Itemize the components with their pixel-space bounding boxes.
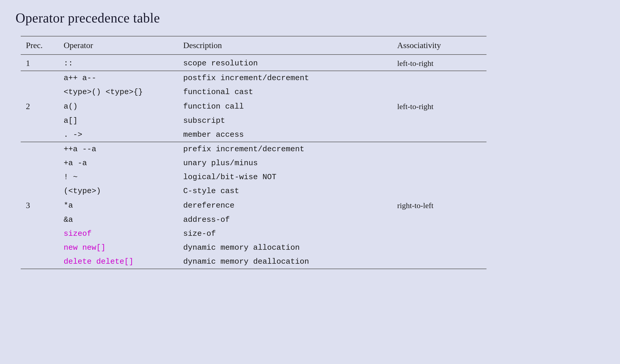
operator-cell: &a xyxy=(58,213,178,227)
operator-cell: a[] xyxy=(58,114,178,128)
prec-cell xyxy=(21,128,58,142)
table-body: 1::scope resolutionleft-to-righta++ a--p… xyxy=(21,55,486,269)
prec-cell xyxy=(21,156,58,170)
prec-cell xyxy=(21,170,58,184)
table-row: . ->member access xyxy=(21,128,486,142)
table-header-row: Prec. Operator Description Associativity xyxy=(21,36,486,55)
table-row: (<type>)C-style cast xyxy=(21,184,486,198)
assoc-cell: left-to-right xyxy=(392,99,486,114)
page-title: Operator precedence table xyxy=(16,10,604,26)
assoc-cell xyxy=(392,156,486,170)
page-container: Operator precedence table Prec. Operator… xyxy=(0,0,620,279)
description-cell: unary plus/minus xyxy=(178,156,392,170)
operator-cell: <type>() <type>{} xyxy=(58,85,178,99)
table-row: sizeofsize-of xyxy=(21,227,486,241)
description-cell: logical/bit-wise NOT xyxy=(178,170,392,184)
description-cell: dereference xyxy=(178,198,392,213)
description-cell: prefix increment/decrement xyxy=(178,142,392,156)
prec-cell xyxy=(21,227,58,241)
assoc-cell xyxy=(392,241,486,255)
prec-cell xyxy=(21,142,58,156)
prec-cell xyxy=(21,114,58,128)
prec-cell xyxy=(21,184,58,198)
header-prec: Prec. xyxy=(21,36,58,55)
prec-cell xyxy=(21,241,58,255)
operator-cell: *a xyxy=(58,198,178,213)
description-cell: subscript xyxy=(178,114,392,128)
header-associativity: Associativity xyxy=(392,36,486,55)
assoc-cell xyxy=(392,85,486,99)
table-row: 2a()function callleft-to-right xyxy=(21,99,486,114)
operator-cell: a() xyxy=(58,99,178,114)
prec-cell: 2 xyxy=(21,99,58,114)
description-cell: C-style cast xyxy=(178,184,392,198)
table-row: new new[]dynamic memory allocation xyxy=(21,241,486,255)
table-row: 1::scope resolutionleft-to-right xyxy=(21,55,486,71)
description-cell: function call xyxy=(178,99,392,114)
description-cell: scope resolution xyxy=(178,55,392,71)
assoc-cell xyxy=(392,71,486,85)
operator-cell: :: xyxy=(58,55,178,71)
prec-cell: 3 xyxy=(21,198,58,213)
prec-cell: 1 xyxy=(21,55,58,71)
operator-cell: +a -a xyxy=(58,156,178,170)
prec-cell xyxy=(21,85,58,99)
table-row: 3*adereferenceright-to-left xyxy=(21,198,486,213)
header-description: Description xyxy=(178,36,392,55)
prec-cell xyxy=(21,71,58,85)
table-row: &aaddress-of xyxy=(21,213,486,227)
operator-cell: a++ a-- xyxy=(58,71,178,85)
assoc-cell xyxy=(392,170,486,184)
operator-cell: . -> xyxy=(58,128,178,142)
assoc-cell xyxy=(392,213,486,227)
table-row: ++a --aprefix increment/decrement xyxy=(21,142,486,156)
description-cell: postfix increment/decrement xyxy=(178,71,392,85)
prec-cell xyxy=(21,255,58,269)
assoc-cell: left-to-right xyxy=(392,55,486,71)
assoc-cell xyxy=(392,142,486,156)
operator-cell: (<type>) xyxy=(58,184,178,198)
table-row: +a -aunary plus/minus xyxy=(21,156,486,170)
assoc-cell xyxy=(392,114,486,128)
assoc-cell xyxy=(392,184,486,198)
operator-cell: ++a --a xyxy=(58,142,178,156)
operator-cell: ! ~ xyxy=(58,170,178,184)
operator-cell: new new[] xyxy=(58,241,178,255)
precedence-table: Prec. Operator Description Associativity… xyxy=(21,36,486,269)
assoc-cell xyxy=(392,227,486,241)
table-row: <type>() <type>{}functional cast xyxy=(21,85,486,99)
description-cell: address-of xyxy=(178,213,392,227)
assoc-cell: right-to-left xyxy=(392,198,486,213)
table-row: a++ a--postfix increment/decrement xyxy=(21,71,486,85)
operator-cell: delete delete[] xyxy=(58,255,178,269)
table-container: Prec. Operator Description Associativity… xyxy=(16,36,604,269)
description-cell: dynamic memory allocation xyxy=(178,241,392,255)
prec-cell xyxy=(21,213,58,227)
assoc-cell xyxy=(392,128,486,142)
header-operator: Operator xyxy=(58,36,178,55)
table-row: a[]subscript xyxy=(21,114,486,128)
description-cell: member access xyxy=(178,128,392,142)
description-cell: size-of xyxy=(178,227,392,241)
table-row: delete delete[]dynamic memory deallocati… xyxy=(21,255,486,269)
description-cell: functional cast xyxy=(178,85,392,99)
assoc-cell xyxy=(392,255,486,269)
operator-cell: sizeof xyxy=(58,227,178,241)
description-cell: dynamic memory deallocation xyxy=(178,255,392,269)
table-row: ! ~logical/bit-wise NOT xyxy=(21,170,486,184)
